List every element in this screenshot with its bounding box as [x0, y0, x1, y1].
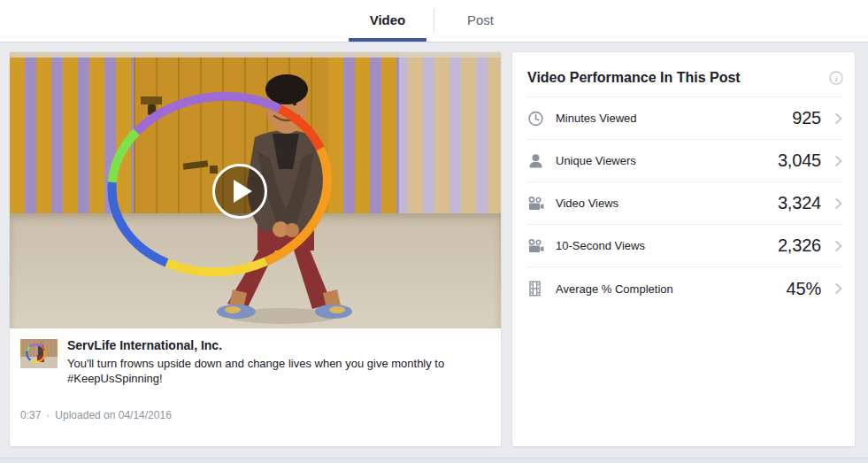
- info-icon[interactable]: i: [829, 71, 843, 85]
- chevron-right-icon: [834, 282, 842, 295]
- clock-icon: [527, 111, 544, 127]
- metric-value: 2,326: [778, 235, 821, 256]
- video-mini-thumbnail: [20, 339, 58, 368]
- video-info-section: ServLife International, Inc. You'll turn…: [10, 328, 501, 421]
- metric-label: Minutes Viewed: [556, 112, 637, 125]
- tab-post[interactable]: Post: [434, 0, 526, 42]
- metric-row-10-second-views[interactable]: 10-Second Views 2,326: [527, 225, 842, 267]
- tab-video[interactable]: Video: [342, 0, 434, 42]
- meta-dot-separator: ·: [46, 409, 50, 421]
- film-strip-icon: [527, 281, 544, 297]
- metric-label: Average % Completion: [556, 282, 673, 296]
- video-performance-panel: Video Performance In This Post i Minutes…: [511, 51, 856, 447]
- video-camera-icon: [527, 196, 544, 212]
- metric-label: 10-Second Views: [556, 239, 645, 252]
- play-icon: [234, 180, 252, 203]
- svg-text:i: i: [835, 74, 838, 83]
- video-thumbnail[interactable]: [10, 52, 501, 328]
- video-upload-date: Uploaded on 04/14/2016: [55, 409, 171, 421]
- metric-value: 3,045: [778, 150, 821, 171]
- metric-list: Minutes Viewed 925 Unique Viewers 3,045: [527, 96, 842, 310]
- video-description: You'll turn frowns upside down and chang…: [67, 356, 467, 386]
- video-camera-icon: [527, 238, 544, 254]
- chevron-right-icon: [834, 240, 842, 252]
- page-bottom-divider: [0, 458, 868, 463]
- tab-video-label: Video: [370, 12, 406, 27]
- chevron-right-icon: [834, 112, 842, 125]
- page-name: ServLife International, Inc.: [67, 338, 490, 352]
- person-icon: [527, 153, 544, 169]
- chevron-right-icon: [834, 197, 842, 210]
- metric-row-unique-viewers[interactable]: Unique Viewers 3,045: [527, 140, 842, 182]
- metric-row-average-completion[interactable]: Average % Completion 45%: [527, 267, 842, 310]
- tab-bar: Video Post: [0, 0, 868, 42]
- video-duration: 0:37: [20, 409, 41, 421]
- metric-value: 3,324: [778, 193, 821, 213]
- play-button[interactable]: [212, 164, 267, 219]
- metric-value: 925: [792, 108, 821, 128]
- metric-label: Video Views: [556, 197, 618, 210]
- chevron-right-icon: [834, 155, 842, 167]
- metric-row-video-views[interactable]: Video Views 3,324: [527, 182, 842, 225]
- video-post-card: ServLife International, Inc. You'll turn…: [9, 51, 502, 447]
- tab-post-label: Post: [467, 12, 494, 27]
- panel-title: Video Performance In This Post: [512, 52, 855, 86]
- video-meta: 0:37 · Uploaded on 04/14/2016: [20, 409, 490, 421]
- active-tab-underline: [349, 38, 426, 42]
- metric-label: Unique Viewers: [556, 154, 636, 167]
- metric-row-minutes-viewed[interactable]: Minutes Viewed 925: [527, 97, 842, 140]
- metric-value: 45%: [787, 279, 821, 299]
